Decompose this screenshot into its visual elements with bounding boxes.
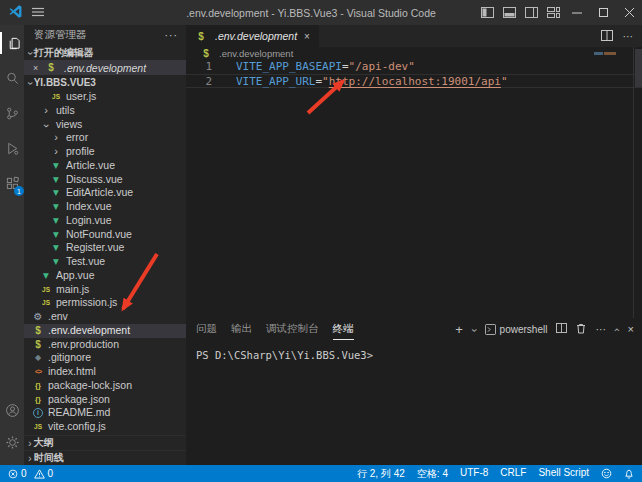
section-label: 时间线 — [34, 451, 64, 465]
vue-icon — [50, 214, 62, 228]
tree-item-login-vue[interactable]: Login.vue — [24, 214, 186, 228]
account-icon[interactable] — [0, 399, 24, 421]
extensions-icon[interactable]: 1 — [0, 172, 24, 194]
env-file-icon — [200, 48, 212, 59]
line-content: VITE_APP_BASEAPI="/api-dev" — [236, 60, 415, 74]
terminal-prompt: PS D:\CSharp\Yi\Yi.BBS.Vue3> — [196, 349, 373, 361]
toggle-primary-sidebar-icon[interactable] — [476, 0, 498, 25]
customize-layout-icon[interactable] — [542, 0, 564, 25]
tree-item-profile[interactable]: profile — [24, 145, 186, 159]
split-editor-icon[interactable] — [601, 30, 613, 43]
panel: 问题输出调试控制台终端 + › powershell — [186, 318, 642, 465]
tree-item-vite-config-js[interactable]: vite.config.js — [24, 420, 186, 434]
tree-item-readme-md[interactable]: README.md — [24, 406, 186, 420]
tree-item-error[interactable]: error — [24, 131, 186, 145]
tree-item-utils[interactable]: utils — [24, 104, 186, 118]
open-editors-header[interactable]: › 打开的编辑器 — [24, 45, 186, 60]
tree-item-index-vue[interactable]: Index.vue — [24, 200, 186, 214]
tree-item-label: .env.development — [48, 324, 130, 338]
feedback-icon[interactable] — [601, 468, 612, 479]
problems-indicator[interactable]: 0 0 — [8, 468, 53, 479]
settings-gear-icon[interactable] — [0, 431, 24, 453]
tree-item-views[interactable]: views — [24, 118, 186, 132]
code-token: " — [501, 75, 508, 88]
maximize-panel-icon[interactable]: › — [610, 328, 621, 332]
tree-item-user-js[interactable]: user.js — [24, 90, 186, 104]
source-control-icon[interactable] — [0, 102, 24, 124]
tree-item-label: Test.vue — [66, 255, 105, 269]
tree-item-article-vue[interactable]: Article.vue — [24, 159, 186, 173]
tree-item-app-vue[interactable]: App.vue — [24, 269, 186, 283]
tab-terminal[interactable]: 终端 — [333, 318, 354, 340]
tree-item-label: index.html — [48, 365, 96, 379]
line-number: 1 — [186, 60, 212, 74]
minimize-button[interactable] — [564, 0, 590, 25]
tree-item-index-html[interactable]: index.html — [24, 365, 186, 379]
notifications-bell-icon[interactable] — [624, 468, 634, 479]
status-eol-sequence[interactable]: CRLF — [500, 467, 526, 481]
code-line-2: 2VITE_APP_URL="http://localhost:19001/ap… — [186, 74, 642, 88]
tab-debug-console[interactable]: 调试控制台 — [266, 318, 319, 340]
tree-item-notfound-vue[interactable]: NotFound.vue — [24, 228, 186, 242]
tree-item-env-development[interactable]: .env.development — [24, 324, 186, 338]
tree-item-package-lock-json[interactable]: package-lock.json — [24, 379, 186, 393]
section-[interactable]: ›大纲 — [24, 435, 186, 450]
js-icon — [32, 420, 44, 434]
project-section-header[interactable]: › YI.BBS.VUE3 — [24, 75, 186, 90]
tree-item-main-js[interactable]: main.js — [24, 283, 186, 297]
close-icon[interactable]: × — [33, 63, 42, 73]
shell-picker[interactable]: powershell — [485, 324, 548, 335]
terminal-dropdown-icon[interactable]: › — [469, 328, 480, 332]
editor-scrollbar[interactable] — [633, 47, 642, 318]
split-terminal-icon[interactable] — [556, 323, 567, 335]
folder-collapsed-icon — [40, 104, 52, 118]
tree-item-env[interactable]: .env — [24, 310, 186, 324]
error-icon — [8, 469, 18, 479]
tab-problems[interactable]: 问题 — [196, 318, 217, 340]
tree-item-label: user.js — [66, 90, 96, 104]
status-language-mode[interactable]: Shell Script — [538, 467, 589, 481]
tree-item-permission-js[interactable]: permission.js — [24, 296, 186, 310]
close-window-button[interactable] — [616, 0, 642, 25]
explorer-more-actions-icon[interactable]: ··· — [165, 29, 179, 41]
tree-item-package-json[interactable]: package.json — [24, 393, 186, 407]
status-indentation[interactable]: 空格: 4 — [417, 467, 448, 481]
tree-item-test-vue[interactable]: Test.vue — [24, 255, 186, 269]
tree-item-label: .env — [48, 310, 68, 324]
chevron-right-icon: › — [28, 453, 32, 464]
editor-more-actions-icon[interactable]: ··· — [623, 30, 634, 42]
search-icon[interactable] — [0, 67, 24, 89]
tab-env-development[interactable]: .env.development × — [186, 25, 319, 47]
breadcrumb[interactable]: .env.development — [186, 47, 642, 60]
chevron-down-icon: › — [25, 81, 36, 85]
status-encoding[interactable]: UTF-8 — [460, 467, 488, 481]
tree-item-env-production[interactable]: .env.production — [24, 338, 186, 352]
tab-close-icon[interactable]: × — [304, 31, 310, 42]
kill-terminal-icon[interactable] — [576, 323, 586, 336]
status-cursor-position[interactable]: 行 2, 列 42 — [357, 467, 405, 481]
tree-item-register-vue[interactable]: Register.vue — [24, 241, 186, 255]
explorer-icon[interactable] — [0, 32, 24, 54]
vue-icon — [50, 159, 62, 173]
minimap[interactable] — [594, 52, 616, 55]
toggle-secondary-sidebar-icon[interactable] — [520, 0, 542, 25]
menu-icon[interactable] — [32, 7, 44, 19]
open-editor-item[interactable]: × .env.development — [24, 60, 186, 75]
maximize-button[interactable] — [590, 0, 616, 25]
toggle-panel-icon[interactable] — [498, 0, 520, 25]
new-terminal-icon[interactable]: + — [455, 322, 463, 337]
vue-icon — [50, 186, 62, 200]
tree-item-gitignore[interactable]: .gitignore — [24, 351, 186, 365]
close-panel-icon[interactable]: × — [628, 323, 634, 335]
terminal[interactable]: PS D:\CSharp\Yi\Yi.BBS.Vue3> — [186, 340, 642, 465]
scrollbar-thumb[interactable] — [635, 49, 642, 87]
env-icon — [32, 338, 44, 352]
run-debug-icon[interactable] — [0, 137, 24, 159]
section-[interactable]: ›时间线 — [24, 450, 186, 465]
editor-group: .env.development × ··· .env.development … — [186, 25, 642, 465]
panel-more-actions-icon[interactable]: ··· — [595, 323, 606, 335]
tab-output[interactable]: 输出 — [231, 318, 252, 340]
tree-item-editarticle-vue[interactable]: EditArticle.vue — [24, 186, 186, 200]
chevron-right-icon: › — [28, 438, 32, 449]
tree-item-discuss-vue[interactable]: Discuss.vue — [24, 173, 186, 187]
